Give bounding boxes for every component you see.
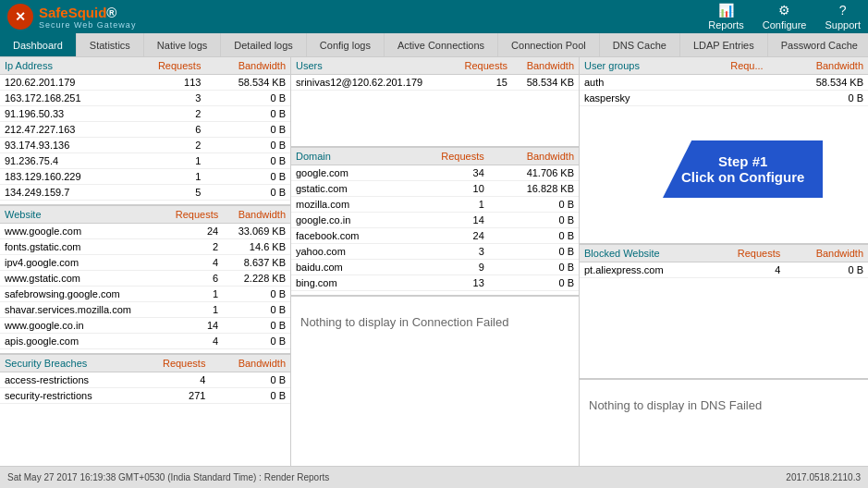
tab-connection-pool[interactable]: Connection Pool: [498, 33, 600, 56]
reports-icon: 📊: [718, 3, 734, 18]
domain-requests-cell: 3: [406, 244, 488, 260]
table-row: 163.172.168.251 3 0 B: [0, 91, 290, 106]
ip-cell: 91.196.50.33: [0, 106, 128, 122]
blocked-bandwidth-cell: 0 B: [785, 262, 868, 278]
security-bandwidth-header: Bandwidth: [210, 355, 290, 372]
tab-config-logs[interactable]: Config logs: [307, 33, 385, 56]
table-row: bing.com 13 0 B: [291, 275, 579, 291]
security-breach-cell: security-restrictions: [0, 388, 137, 404]
user-requests-cell: 15: [451, 75, 512, 91]
website-requests-cell: 24: [161, 224, 223, 239]
table-row: 93.174.93.136 2 0 B: [0, 138, 290, 153]
nav-reports-label: Reports: [708, 19, 744, 30]
usergroup-requests-cell: [693, 75, 767, 91]
tab-detailed-logs[interactable]: Detailed logs: [221, 33, 307, 56]
security-table-section: Security Breaches Requests Bandwidth acc…: [0, 353, 290, 404]
ip-bandwidth-cell: 0 B: [205, 122, 290, 138]
nav-reports[interactable]: 📊 Reports: [708, 3, 744, 30]
usergroup-cell: kaspersky: [580, 91, 693, 106]
usergroups-table-section: User groups Requ... Bandwidth auth 58.53…: [580, 57, 868, 106]
user-bandwidth-cell: 58.534 KB: [512, 75, 579, 91]
blocked-header: Blocked Website: [580, 245, 709, 262]
domain-bandwidth-cell: 0 B: [489, 244, 579, 260]
usergroups-bandwidth-header: Bandwidth: [768, 57, 868, 75]
domain-cell: google.co.in: [291, 213, 406, 228]
website-requests-cell: 6: [161, 271, 223, 287]
logo-registered: ®: [106, 5, 116, 20]
usergroup-bandwidth-cell: 58.534 KB: [768, 75, 868, 91]
nav-support[interactable]: ? Support: [825, 3, 861, 30]
blocked-requests-cell: 4: [709, 262, 786, 278]
website-requests-cell: 2: [161, 239, 223, 255]
header-nav: 📊 Reports ⚙ Configure ? Support: [708, 3, 861, 30]
table-row: 120.62.201.179 113 58.534 KB: [0, 75, 290, 91]
header: SafeSquid® Secure Web Gateway 📊 Reports …: [0, 0, 868, 33]
nav-configure[interactable]: ⚙ Configure: [763, 3, 807, 30]
website-requests-header: Requests: [161, 206, 223, 224]
domain-requests-cell: 1: [406, 197, 488, 213]
logo-safesquid: SafeSquid®: [39, 5, 136, 20]
table-row: google.co.in 14 0 B: [291, 213, 579, 228]
website-requests-cell: 4: [161, 334, 223, 349]
website-table: Website Requests Bandwidth www.google.co…: [0, 206, 290, 349]
website-table-section: Website Requests Bandwidth www.google.co…: [0, 204, 290, 349]
domain-requests-cell: 10: [406, 181, 488, 197]
users-bandwidth-header: Bandwidth: [512, 57, 579, 75]
tab-active-connections[interactable]: Active Connections: [385, 33, 498, 56]
logo-area: SafeSquid® Secure Web Gateway: [7, 4, 136, 30]
table-row: facebook.com 24 0 B: [291, 228, 579, 244]
website-cell: www.google.com: [0, 224, 161, 239]
blocked-requests-header: Requests: [709, 245, 786, 262]
table-row: ipv4.google.com 4 8.637 KB: [0, 255, 290, 271]
ip-bandwidth-cell: 0 B: [205, 153, 290, 169]
ip-requests-cell: 3: [128, 91, 205, 106]
website-header: Website: [0, 206, 161, 224]
ip-requests-cell: 6: [128, 122, 205, 138]
domain-cell: bing.com: [291, 275, 406, 291]
blocked-cell: pt.aliexpress.com: [580, 262, 709, 278]
table-row: gstatic.com 10 16.828 KB: [291, 181, 579, 197]
tab-dashboard[interactable]: Dashboard: [0, 33, 77, 56]
website-bandwidth-cell: 2.228 KB: [223, 271, 290, 287]
domain-table-section: Domain Requests Bandwidth google.com 34 …: [291, 146, 579, 291]
table-row: pt.aliexpress.com 4 0 B: [580, 262, 868, 278]
table-row: 183.129.160.229 1 0 B: [0, 169, 290, 185]
security-table: Security Breaches Requests Bandwidth acc…: [0, 355, 290, 404]
website-requests-cell: 4: [161, 255, 223, 271]
table-row: google.com 34 41.706 KB: [291, 165, 579, 181]
website-bandwidth-cell: 8.637 KB: [223, 255, 290, 271]
domain-requests-cell: 13: [406, 275, 488, 291]
domain-requests-cell: 34: [406, 165, 488, 181]
website-bandwidth-header: Bandwidth: [223, 206, 290, 224]
tab-statistics[interactable]: Statistics: [77, 33, 144, 56]
ip-cell: 120.62.201.179: [0, 75, 128, 91]
domain-bandwidth-cell: 16.828 KB: [489, 181, 579, 197]
domain-requests-cell: 24: [406, 228, 488, 244]
ip-cell: 93.174.93.136: [0, 138, 128, 153]
tooltip-line2: Click on Configure: [681, 169, 804, 185]
website-bandwidth-cell: 33.069 KB: [223, 224, 290, 239]
tab-dns-cache[interactable]: DNS Cache: [600, 33, 680, 56]
domain-cell: yahoo.com: [291, 244, 406, 260]
ip-bandwidth-cell: 0 B: [205, 138, 290, 153]
domain-bandwidth-header: Bandwidth: [489, 148, 579, 165]
tab-password-cache[interactable]: Password Cache: [768, 33, 868, 56]
nav-support-label: Support: [825, 19, 861, 30]
logo-tagline: Secure Web Gateway: [39, 20, 136, 30]
table-row: mozilla.com 1 0 B: [291, 197, 579, 213]
website-cell: www.gstatic.com: [0, 271, 161, 287]
domain-requests-cell: 9: [406, 260, 488, 275]
domain-cell: mozilla.com: [291, 197, 406, 213]
tab-ldap-entries[interactable]: LDAP Entries: [680, 33, 768, 56]
ip-table-section: Ip Address Requests Bandwidth 120.62.201…: [0, 57, 290, 201]
tab-native-logs[interactable]: Native logs: [144, 33, 221, 56]
logo-icon: [7, 4, 33, 30]
ip-bandwidth-cell: 0 B: [205, 169, 290, 185]
ip-cell: 134.249.159.7: [0, 185, 128, 201]
website-cell: shavar.services.mozilla.com: [0, 302, 161, 318]
website-requests-cell: 1: [161, 287, 223, 302]
ip-header: Ip Address: [0, 57, 128, 75]
domain-header: Domain: [291, 148, 406, 165]
table-row: www.google.com 24 33.069 KB: [0, 224, 290, 239]
security-requests-cell: 271: [137, 388, 211, 404]
